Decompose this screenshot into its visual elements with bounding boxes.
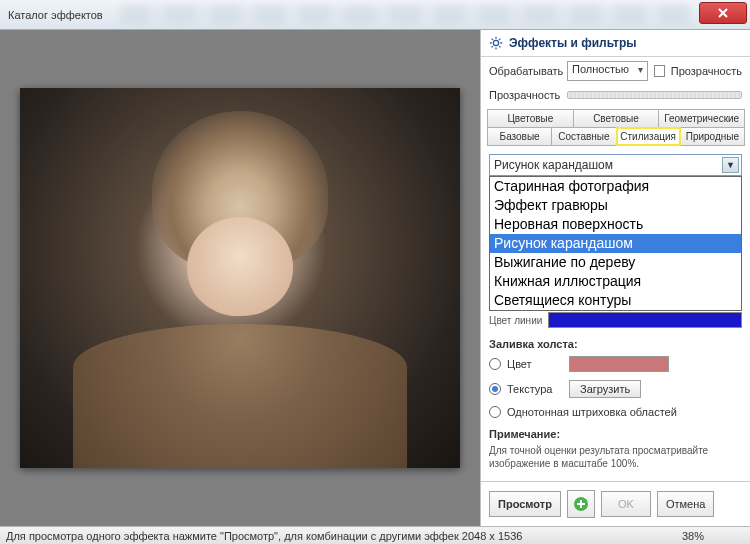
option-rough-surface[interactable]: Неровная поверхность: [490, 215, 741, 234]
ok-button: OK: [601, 491, 651, 517]
line-color-swatch[interactable]: [548, 312, 742, 328]
transparency-row: Прозрачность: [481, 85, 750, 105]
line-color-label: Цвет линии: [489, 315, 542, 326]
radio-texture-label: Текстура: [507, 383, 563, 395]
titlebar-blur: [120, 5, 690, 25]
fill-texture-row: Текстура Загрузить: [481, 376, 750, 402]
line-color-row: Цвет линии: [481, 308, 750, 332]
option-old-photo[interactable]: Старинная фотография: [490, 177, 741, 196]
fill-color-row: Цвет: [481, 352, 750, 376]
gear-icon: [489, 36, 503, 50]
status-zoom: 38%: [682, 530, 744, 542]
note-text: Для точной оценки результата просматрива…: [481, 442, 750, 476]
close-button[interactable]: [699, 2, 747, 24]
plus-icon: [573, 496, 589, 512]
preview-area: [0, 30, 480, 526]
fill-mono-row: Однотонная штриховка областей: [481, 402, 750, 422]
effect-combo-wrap: Рисунок карандашом ▼ Старинная фотографи…: [481, 148, 750, 176]
tab-nature[interactable]: Природные: [680, 127, 745, 146]
transparency-slider[interactable]: [567, 91, 742, 99]
tab-stylization[interactable]: Стилизация: [616, 127, 681, 146]
load-button[interactable]: Загрузить: [569, 380, 641, 398]
effect-dropdown-list: Старинная фотография Эффект гравюры Неро…: [489, 176, 742, 311]
panel-heading: Эффекты и фильтры: [481, 30, 750, 57]
workspace: Эффекты и фильтры Обрабатывать Полностью…: [0, 30, 750, 526]
effect-combo-value: Рисунок карандашом: [494, 158, 613, 172]
fill-heading: Заливка холста:: [481, 332, 750, 352]
radio-mono[interactable]: [489, 406, 501, 418]
titlebar: Каталог эффектов: [0, 0, 750, 30]
add-button[interactable]: [567, 490, 595, 518]
button-bar: Просмотр OK Отмена: [481, 481, 750, 526]
option-woodburn[interactable]: Выжигание по дереву: [490, 253, 741, 272]
radio-texture[interactable]: [489, 383, 501, 395]
window-title: Каталог эффектов: [4, 9, 103, 21]
note-heading: Примечание:: [481, 422, 750, 442]
option-pencil[interactable]: Рисунок карандашом: [490, 234, 741, 253]
panel-heading-text: Эффекты и фильтры: [509, 36, 637, 50]
tab-rows: Цветовые Световые Геометрические Базовые…: [481, 105, 750, 148]
preview-image: [20, 88, 460, 468]
process-label: Обрабатывать: [489, 65, 561, 77]
chevron-down-icon: ▼: [722, 157, 739, 173]
tab-row-2: Базовые Составные Стилизация Природные: [487, 127, 744, 146]
tab-composite[interactable]: Составные: [551, 127, 616, 146]
transparency-checkbox[interactable]: [654, 65, 665, 77]
process-row: Обрабатывать Полностью Прозрачность: [481, 57, 750, 85]
effects-panel: Эффекты и фильтры Обрабатывать Полностью…: [480, 30, 750, 526]
tab-basic[interactable]: Базовые: [487, 127, 552, 146]
svg-point-0: [493, 40, 498, 45]
tab-row-1: Цветовые Световые Геометрические: [487, 109, 744, 128]
transparency-label: Прозрачность: [489, 89, 561, 101]
statusbar: Для просмотра одного эффекта нажмите "Пр…: [0, 526, 750, 544]
radio-color-label: Цвет: [507, 358, 563, 370]
tab-color[interactable]: Цветовые: [487, 109, 574, 128]
option-engraving[interactable]: Эффект гравюры: [490, 196, 741, 215]
tab-light[interactable]: Световые: [573, 109, 660, 128]
effect-combo[interactable]: Рисунок карандашом ▼: [489, 154, 742, 176]
process-dropdown[interactable]: Полностью: [567, 61, 648, 81]
option-book-illustration[interactable]: Книжная иллюстрация: [490, 272, 741, 291]
close-icon: [717, 7, 729, 19]
option-glowing-contours[interactable]: Светящиеся контуры: [490, 291, 741, 310]
transparency-checkbox-label: Прозрачность: [671, 65, 742, 77]
cancel-button[interactable]: Отмена: [657, 491, 714, 517]
fill-color-swatch[interactable]: [569, 356, 669, 372]
tab-geometric[interactable]: Геометрические: [658, 109, 745, 128]
status-text: Для просмотра одного эффекта нажмите "Пр…: [6, 530, 522, 542]
radio-color[interactable]: [489, 358, 501, 370]
radio-mono-label: Однотонная штриховка областей: [507, 406, 677, 418]
preview-button[interactable]: Просмотр: [489, 491, 561, 517]
